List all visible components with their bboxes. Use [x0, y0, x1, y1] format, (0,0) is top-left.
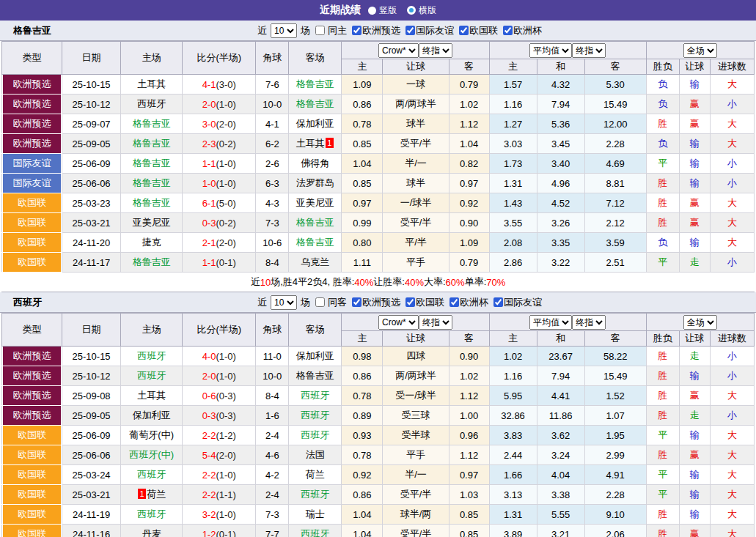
competition-checkbox[interactable]	[352, 26, 362, 35]
cell-corner: 4-2	[256, 465, 289, 485]
competition-filter[interactable]: 欧洲杯	[500, 24, 542, 37]
cell-result-handicap: 赢	[679, 193, 710, 213]
cell-date: 24-11-19	[62, 505, 121, 525]
col-result-goals: 进球数	[710, 59, 754, 75]
col-corner: 角球	[256, 314, 289, 347]
cell-competition-type: 欧洲预选	[2, 75, 62, 95]
company-select[interactable]: Crow*	[378, 315, 419, 330]
final-index-select[interactable]: 终指	[419, 315, 452, 330]
cell-score: 1-1(0-1)	[183, 253, 256, 273]
cell-home-team: 格鲁吉亚	[121, 134, 183, 154]
match-row: 欧国联25-06-09葡萄牙(中)2-2(1-2)2-4西班牙0.93受半球0.…	[2, 426, 755, 445]
cell-corner: 7-3	[256, 213, 289, 233]
competition-checkbox[interactable]	[459, 26, 469, 35]
competition-filter[interactable]: 欧洲预选	[349, 24, 400, 37]
cell-odds-home: 0.98	[342, 347, 383, 366]
competition-filter[interactable]: 欧洲杯	[447, 296, 488, 309]
dropdown-cell: 全场	[646, 314, 754, 331]
final-index-select-2[interactable]: 终指	[572, 315, 606, 330]
cell-corner: 4-6	[256, 445, 289, 465]
col-odds-away: 客	[449, 331, 489, 347]
col-corner: 角球	[256, 42, 289, 75]
col-avg-away: 客	[584, 331, 646, 347]
cell-corner: 11-0	[256, 347, 289, 366]
cell-odds-home: 0.85	[342, 134, 383, 154]
match-row: 欧洲预选25-09-05保加利亚0-3(0-3)1-6西班牙0.89受三球1.0…	[2, 406, 755, 426]
cell-away-team: 西班牙	[289, 406, 342, 426]
match-row: 国际友谊25-06-06格鲁吉亚1-0(1-0)6-3法罗群岛0.85球半0.9…	[2, 174, 755, 193]
near-count-select[interactable]: 10	[271, 295, 297, 310]
cell-result-wdl: 平	[646, 426, 679, 445]
competition-checkbox[interactable]	[493, 297, 503, 307]
col-odds-away: 客	[449, 59, 489, 75]
cell-date: 25-09-07	[62, 114, 121, 134]
final-index-select-2[interactable]: 终指	[572, 43, 606, 58]
cell-home-team: 格鲁吉亚	[121, 114, 183, 134]
competition-checkbox[interactable]	[405, 297, 415, 307]
competition-filter[interactable]: 欧洲预选	[349, 296, 400, 309]
cell-result-goals: 大	[710, 213, 754, 233]
cell-result-wdl: 负	[646, 134, 679, 154]
competition-filter[interactable]: 国际友谊	[403, 24, 454, 37]
cell-result-goals: 大	[710, 193, 754, 213]
cell-odds-home: 1.04	[342, 154, 383, 174]
filter-controls: 近10场同客欧洲预选欧国联欧洲杯国际友谊	[257, 295, 542, 310]
cell-competition-type: 欧洲预选	[2, 134, 62, 154]
cell-corner: 6-3	[256, 174, 289, 193]
cell-home-team: 土耳其	[121, 75, 183, 95]
cell-result-wdl: 胜	[646, 193, 679, 213]
cell-score: 6-1(5-0)	[183, 193, 256, 213]
filter-row: 格鲁吉亚近10场同主欧洲预选国际友谊欧国联欧洲杯	[0, 21, 756, 41]
cell-competition-type: 欧国联	[2, 253, 62, 273]
cell-avg-draw: 4.52	[537, 193, 584, 213]
average-select[interactable]: 平均值	[529, 43, 572, 58]
cell-avg-draw: 3.40	[537, 154, 584, 174]
cell-avg-away: 1.95	[584, 426, 646, 445]
same-venue-checkbox[interactable]	[315, 297, 325, 307]
competition-checkbox[interactable]	[503, 26, 513, 35]
cell-competition-type: 欧国联	[2, 505, 62, 525]
competition-filter[interactable]: 国际友谊	[491, 296, 542, 309]
competition-checkbox[interactable]	[449, 297, 459, 307]
cell-score: 1-2(0-1)	[183, 525, 256, 537]
cell-result-goals: 大	[710, 485, 754, 505]
competition-filter[interactable]: 欧国联	[456, 24, 498, 37]
cell-avg-home: 3.13	[489, 485, 537, 505]
top-bar: 近期战绩 竖版 横版	[0, 0, 756, 21]
cell-odds-away: 0.85	[449, 505, 489, 525]
cell-score: 2-0(1-0)	[183, 95, 256, 114]
games-label: 场	[301, 24, 310, 37]
match-row: 欧国联24-11-17格鲁吉亚1-1(0-1)8-4乌克兰1.11平手0.792…	[2, 253, 755, 273]
company-select[interactable]: Crow*	[378, 43, 419, 58]
cell-date: 25-09-05	[62, 134, 121, 154]
col-score: 比分(半场)	[183, 314, 256, 347]
cell-score: 2-0(1-0)	[183, 366, 256, 386]
competition-checkbox[interactable]	[405, 26, 415, 35]
cell-score: 4-1(3-0)	[183, 75, 256, 95]
fulltime-select[interactable]: 全场	[683, 43, 717, 58]
near-count-select[interactable]: 10	[271, 23, 297, 38]
radio-vertical[interactable]: 竖版	[368, 4, 397, 17]
average-select[interactable]: 平均值	[529, 315, 572, 330]
cell-date: 24-11-20	[62, 233, 121, 253]
cell-competition-type: 国际友谊	[2, 154, 62, 174]
cell-avg-draw: 4.04	[537, 465, 584, 485]
competition-filter[interactable]: 欧国联	[403, 296, 444, 309]
match-row: 欧国联25-03-21亚美尼亚0-3(0-2)7-3格鲁吉亚0.99受平/半0.…	[2, 213, 755, 233]
cell-corner: 8-4	[256, 386, 289, 406]
cell-odds-away: 1.02	[449, 95, 489, 114]
cell-odds-home: 0.85	[342, 174, 383, 193]
cell-result-handicap: 输	[679, 465, 710, 485]
cell-avg-draw: 3.24	[537, 445, 584, 465]
cell-date: 25-10-15	[62, 75, 121, 95]
cell-score: 1-1(1-0)	[183, 154, 256, 174]
cell-result-goals: 大	[710, 386, 754, 406]
cell-competition-type: 欧国联	[2, 485, 62, 505]
fulltime-select[interactable]: 全场	[683, 315, 717, 330]
competition-checkbox[interactable]	[352, 297, 362, 307]
match-row: 欧国联25-06-06西班牙(中)5-4(2-0)4-6法国0.78平手1.12…	[2, 445, 755, 465]
radio-horizontal[interactable]: 横版	[407, 4, 436, 17]
final-index-select[interactable]: 终指	[419, 43, 452, 58]
same-venue-checkbox[interactable]	[315, 26, 325, 35]
cell-score: 0-3(0-3)	[183, 406, 256, 426]
